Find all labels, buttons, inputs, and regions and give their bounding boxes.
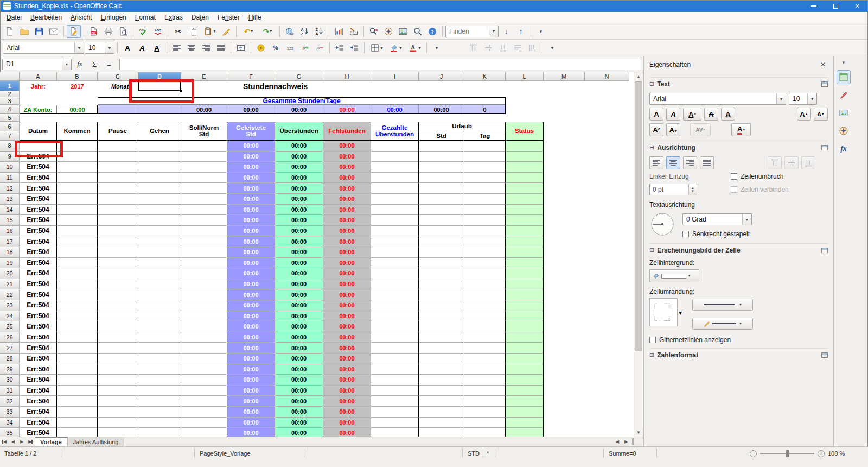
horizontal-scrollbar[interactable] — [124, 437, 643, 446]
cell-J19[interactable] — [419, 258, 464, 269]
collapse-icon[interactable]: ⊟ — [649, 80, 654, 87]
section-alignment[interactable]: ⊟ Ausrichtung — [649, 141, 828, 154]
cell-J10[interactable] — [419, 162, 464, 173]
cell-J15[interactable] — [419, 215, 464, 226]
cell-D34[interactable] — [138, 418, 181, 428]
cell-E8[interactable] — [181, 141, 227, 152]
sidebar-font-color-button[interactable]: A▾ — [731, 123, 751, 136]
cell-I31[interactable] — [371, 386, 419, 396]
cell-B10[interactable] — [57, 162, 98, 173]
cell-D9[interactable] — [138, 152, 181, 162]
cut-icon[interactable]: ✂ — [171, 25, 185, 38]
cell-B32[interactable] — [57, 396, 98, 407]
cell-C8[interactable] — [98, 141, 138, 152]
cell-H30[interactable]: 00:00 — [323, 375, 371, 386]
cell-L31[interactable] — [506, 386, 544, 396]
cell-E6-header[interactable]: Soll/NormStd — [181, 122, 227, 141]
cell-C4[interactable] — [98, 105, 138, 114]
page-style[interactable]: PageStyle_Vorlage — [200, 447, 251, 460]
cell-G27[interactable]: 00:00 — [275, 343, 323, 354]
row-header-24[interactable]: 24 — [0, 311, 20, 322]
cell-L14[interactable] — [506, 205, 544, 216]
edit-file-icon[interactable] — [67, 25, 81, 38]
cell-J9[interactable] — [419, 152, 464, 162]
column-header-J[interactable]: J — [419, 72, 464, 81]
cell-G18[interactable]: 00:00 — [275, 247, 323, 258]
underline-button[interactable]: A▾ — [683, 108, 701, 121]
sort-descending-icon[interactable]: ZA — [312, 25, 326, 38]
row-header-5[interactable]: 5 — [0, 114, 20, 122]
cell-L19[interactable] — [506, 258, 544, 269]
cell-J27[interactable] — [419, 343, 464, 354]
scroll-left-icon[interactable]: ◀ — [613, 437, 622, 446]
cell-I15[interactable] — [371, 215, 419, 226]
cell-H4[interactable]: 00:00 — [323, 105, 371, 114]
cell-G21[interactable]: 00:00 — [275, 279, 323, 290]
cell-H34[interactable]: 00:00 — [323, 418, 371, 428]
cell-E26[interactable] — [181, 332, 227, 343]
cell-C1[interactable]: Monat: — [98, 81, 138, 91]
cell-E33[interactable] — [181, 407, 227, 418]
cell-I25[interactable] — [371, 321, 419, 332]
redo-icon[interactable]: ↷▾ — [258, 25, 277, 38]
find-input[interactable]: Finden▾ — [445, 26, 499, 37]
cell-I21[interactable] — [371, 279, 419, 290]
column-header-A[interactable]: A — [20, 72, 57, 81]
format-paintbrush-icon[interactable] — [219, 25, 233, 38]
cell-J35[interactable] — [419, 428, 464, 437]
cell-C28[interactable] — [98, 354, 138, 364]
sort-ascending-icon[interactable]: AZ — [297, 25, 311, 38]
cell-A1[interactable]: Jahr: — [20, 81, 57, 91]
row-header-17[interactable]: 17 — [0, 236, 20, 247]
dialog-launcher-icon[interactable] — [821, 81, 828, 87]
cell-A26[interactable]: Err:504 — [20, 332, 57, 343]
cell-E4[interactable]: 00:00 — [181, 105, 227, 114]
cell-H31[interactable]: 00:00 — [323, 386, 371, 396]
cell-I32[interactable] — [371, 396, 419, 407]
cell-A4[interactable]: ZA Konto: — [20, 105, 57, 114]
fill-handle[interactable] — [180, 90, 182, 92]
row-header-14[interactable]: 14 — [0, 205, 20, 216]
subscript-button[interactable]: A₂ — [666, 123, 680, 136]
cell-K16[interactable] — [464, 226, 506, 237]
zoom-slider[interactable] — [760, 453, 814, 454]
increase-indent-icon[interactable] — [347, 41, 361, 54]
cell-G22[interactable]: 00:00 — [275, 289, 323, 300]
cell-F27[interactable]: 00:00 — [227, 343, 275, 354]
cell-E20[interactable] — [181, 268, 227, 279]
cell-L8[interactable] — [506, 141, 544, 152]
cell-L20[interactable] — [506, 268, 544, 279]
row-header-21[interactable]: 21 — [0, 279, 20, 290]
menu-hilfe[interactable]: Hilfe — [244, 12, 266, 22]
tab-splitter-handle[interactable] — [632, 438, 634, 445]
cell-L11[interactable] — [506, 173, 544, 184]
cell-D14[interactable] — [138, 205, 181, 216]
next-sheet-button[interactable]: ▶ — [17, 437, 26, 446]
cell-F1-title[interactable]: Stundennachweis — [227, 81, 323, 91]
align-right-icon[interactable] — [199, 41, 213, 54]
cell-H6-header[interactable]: Fehlstunden — [323, 122, 371, 141]
cell-A16[interactable]: Err:504 — [20, 226, 57, 237]
scroll-up-icon[interactable]: ▲ — [634, 72, 643, 81]
cell-L17[interactable] — [506, 236, 544, 247]
cell-I23[interactable] — [371, 300, 419, 311]
cell-D28[interactable] — [138, 354, 181, 364]
insert-chart-icon[interactable] — [332, 25, 346, 38]
cell-A33[interactable]: Err:504 — [20, 407, 57, 418]
cell-G31[interactable]: 00:00 — [275, 386, 323, 396]
cell-D19[interactable] — [138, 258, 181, 269]
cell-A23[interactable]: Err:504 — [20, 300, 57, 311]
hyperlink-icon[interactable] — [283, 25, 297, 38]
row-header-30[interactable]: 30 — [0, 375, 20, 386]
italic-icon[interactable]: A — [135, 41, 149, 54]
cell-G20[interactable]: 00:00 — [275, 268, 323, 279]
cell-C34[interactable] — [98, 418, 138, 428]
cell-E9[interactable] — [181, 152, 227, 162]
cell-A34[interactable]: Err:504 — [20, 418, 57, 428]
cell-I19[interactable] — [371, 258, 419, 269]
cell-J6-header[interactable]: Urlaub — [419, 122, 506, 131]
cell-L16[interactable] — [506, 226, 544, 237]
cell-J14[interactable] — [419, 205, 464, 216]
cell-A20[interactable]: Err:504 — [20, 268, 57, 279]
cell-I8[interactable] — [371, 141, 419, 152]
